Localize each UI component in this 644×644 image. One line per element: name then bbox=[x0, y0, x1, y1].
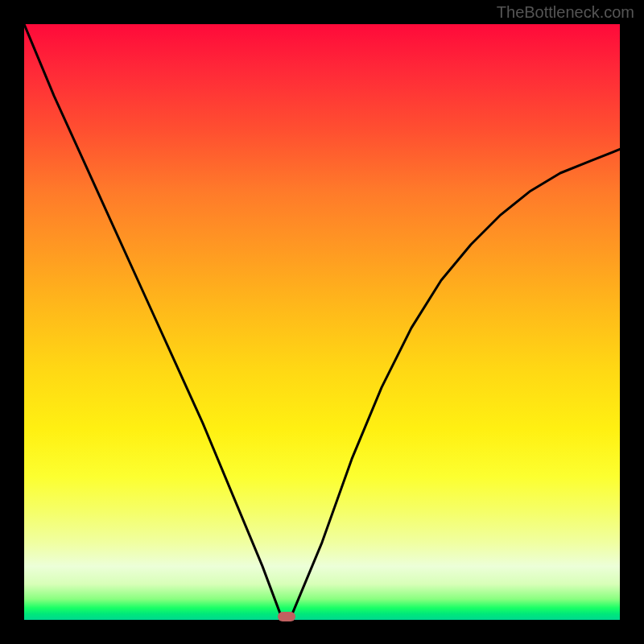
curve-path bbox=[24, 24, 620, 620]
watermark-text: TheBottleneck.com bbox=[497, 3, 634, 22]
chart-plot-area bbox=[24, 24, 620, 620]
min-marker bbox=[278, 612, 295, 621]
bottleneck-curve bbox=[24, 24, 620, 620]
